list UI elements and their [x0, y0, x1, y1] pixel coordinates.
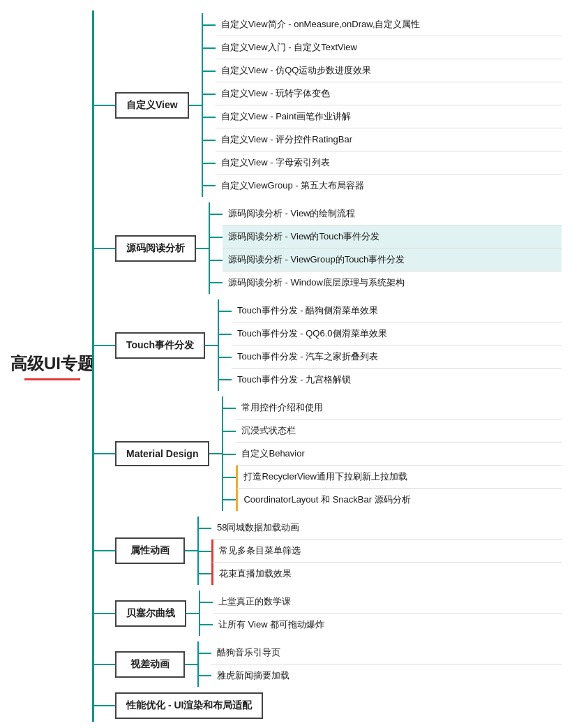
- list-item: 自定义ViewGroup - 第五大布局容器: [203, 174, 562, 197]
- list-item: 源码阅读分析 - View的绘制流程: [210, 202, 562, 225]
- leaf-text: 自定义View - 玩转字体变色: [216, 82, 562, 105]
- list-item: CoordinatorLayout 和 SnackBar 源码分析: [223, 489, 562, 511]
- leaf-text: 沉浸式状态栏: [236, 419, 562, 443]
- leaf-text: 自定义View入门 - 自定义TextView: [216, 36, 562, 59]
- leaf-text: 上堂真正的数学课: [213, 590, 562, 614]
- node-parallax: 视差动画: [115, 651, 185, 678]
- list-item: 源码阅读分析 - ViewGroup的Touch事件分发: [210, 248, 562, 272]
- sec-right-anim: 58同城数据加载动画 常见多条目菜单筛选 花束直播加载效果: [197, 517, 562, 585]
- h-connector: [94, 345, 115, 346]
- h-connector: [94, 248, 115, 249]
- items-parallax: 酷狗音乐引导页 雅虎新闻摘要加载: [199, 641, 562, 687]
- section-material: Material Design 常用控件介绍和使用 沉浸式状态栏: [94, 396, 562, 511]
- leaf-text: 花束直播加载效果: [211, 563, 562, 585]
- list-item: 沉浸式状态栏: [223, 419, 562, 443]
- leaf-text: Touch事件分发 - 汽车之家折叠列表: [232, 346, 562, 369]
- leaf-text: 自定义View简介 - onMeasure,onDraw,自定义属性: [216, 13, 562, 36]
- list-item: 源码阅读分析 - View的Touch事件分发: [210, 225, 562, 248]
- list-item: 源码阅读分析 - Window底层原理与系统架构: [210, 272, 562, 294]
- node-material: Material Design: [115, 441, 209, 466]
- leaf-text: Touch事件分发 - 九宫格解锁: [232, 369, 562, 391]
- list-item: 打造RecyclerView通用下拉刷新上拉加载: [223, 466, 562, 489]
- list-item: 58同城数据加载动画: [199, 517, 562, 540]
- list-item: 自定义View - 仿QQ运动步数进度效果: [203, 59, 562, 82]
- leaf-text: CoordinatorLayout 和 SnackBar 源码分析: [236, 489, 562, 511]
- section-perf: 性能优化 - UI渲染和布局适配: [94, 692, 562, 719]
- node-perf: 性能优化 - UI渲染和布局适配: [115, 692, 263, 719]
- node-source-analysis: 源码阅读分析: [115, 235, 196, 262]
- leaf-text: 源码阅读分析 - View的绘制流程: [223, 202, 562, 225]
- leaf-text: 58同城数据加载动画: [211, 517, 562, 540]
- root-underline: [24, 378, 80, 380]
- list-item: 常见多条目菜单筛选: [199, 540, 562, 563]
- leaf-text: Touch事件分发 - 酷狗侧滑菜单效果: [232, 299, 562, 322]
- leaf-text: 源码阅读分析 - ViewGroup的Touch事件分发: [223, 248, 562, 272]
- list-item: 自定义View - 评分控件RatingBar: [203, 128, 562, 151]
- h-connector2: [205, 345, 218, 346]
- node-bezier: 贝塞尔曲线: [115, 600, 186, 627]
- h-connector: [94, 453, 115, 454]
- leaf-text: 常用控件介绍和使用: [236, 396, 562, 419]
- h-connector2: [209, 453, 222, 454]
- leaf-text: 源码阅读分析 - Window底层原理与系统架构: [223, 272, 562, 294]
- list-item: 上堂真正的数学课: [200, 590, 562, 614]
- list-item: Touch事件分发 - 汽车之家折叠列表: [219, 346, 562, 369]
- leaf-text: 常见多条目菜单筛选: [211, 540, 562, 563]
- list-item: 自定义View简介 - onMeasure,onDraw,自定义属性: [203, 13, 562, 36]
- leaf-text: 自定义View - 评分控件RatingBar: [216, 128, 562, 151]
- sec-right-custom-view: 自定义View简介 - onMeasure,onDraw,自定义属性 自定义Vi…: [202, 13, 562, 197]
- node-property-anim: 属性动画: [115, 537, 185, 564]
- leaf-text: 自定义View - 字母索引列表: [216, 151, 562, 174]
- left-panel: 高级UI专题: [10, 10, 94, 722]
- h-connector2: [189, 105, 202, 106]
- h-connector: [94, 550, 115, 551]
- leaf-text: 自定义Behavior: [236, 443, 562, 466]
- list-item: 自定义View - 字母索引列表: [203, 151, 562, 174]
- leaf-text: 酷狗音乐引导页: [211, 641, 562, 664]
- section-parallax: 视差动画 酷狗音乐引导页 雅虎新闻摘要加载: [94, 641, 562, 687]
- sec-right-parallax: 酷狗音乐引导页 雅虎新闻摘要加载: [197, 641, 562, 687]
- list-item: Touch事件分发 - QQ6.0侧滑菜单效果: [219, 322, 562, 346]
- items-material: 常用控件介绍和使用 沉浸式状态栏 自定义Behavior 打造RecyclerV…: [223, 396, 562, 511]
- h-connector: [94, 705, 115, 706]
- list-item: 让所有 View 都可拖动爆炸: [200, 614, 562, 636]
- leaf-text: 雅虎新闻摘要加载: [211, 664, 562, 687]
- list-item: 雅虎新闻摘要加载: [199, 664, 562, 687]
- list-item: 酷狗音乐引导页: [199, 641, 562, 664]
- sec-right-touch: Touch事件分发 - 酷狗侧滑菜单效果 Touch事件分发 - QQ6.0侧滑…: [218, 299, 562, 391]
- h-connector: [94, 664, 115, 665]
- list-item: Touch事件分发 - 酷狗侧滑菜单效果: [219, 299, 562, 322]
- h-connector2: [196, 248, 209, 249]
- list-item: 自定义View入门 - 自定义TextView: [203, 36, 562, 59]
- section-touch: Touch事件分发 Touch事件分发 - 酷狗侧滑菜单效果 Touch事件分发…: [94, 299, 562, 391]
- root-title: 高级UI专题: [10, 352, 94, 375]
- section-source-analysis: 源码阅读分析 源码阅读分析 - View的绘制流程 源码阅读分析 - View的…: [94, 202, 562, 294]
- list-item: 自定义Behavior: [223, 443, 562, 466]
- right-panel: 自定义View 自定义View简介 - onMeasure,onDraw,自定义…: [94, 10, 562, 722]
- h-connector2: [185, 664, 197, 665]
- leaf-text: Touch事件分发 - QQ6.0侧滑菜单效果: [232, 322, 562, 346]
- list-item: 自定义View - Paint画笔作业讲解: [203, 105, 562, 128]
- leaf-text: 源码阅读分析 - View的Touch事件分发: [223, 225, 562, 248]
- items-bezier: 上堂真正的数学课 让所有 View 都可拖动爆炸: [200, 590, 562, 636]
- node-custom-view: 自定义View: [115, 92, 189, 119]
- items-touch: Touch事件分发 - 酷狗侧滑菜单效果 Touch事件分发 - QQ6.0侧滑…: [219, 299, 562, 391]
- h-connector2: [186, 613, 199, 614]
- items-anim: 58同城数据加载动画 常见多条目菜单筛选 花束直播加载效果: [199, 517, 562, 585]
- section-custom-view: 自定义View 自定义View简介 - onMeasure,onDraw,自定义…: [94, 13, 562, 197]
- leaf-text: 自定义ViewGroup - 第五大布局容器: [216, 174, 562, 197]
- node-touch: Touch事件分发: [115, 332, 205, 359]
- leaf-text: 打造RecyclerView通用下拉刷新上拉加载: [236, 466, 562, 489]
- list-item: Touch事件分发 - 九宫格解锁: [219, 369, 562, 391]
- list-item: 自定义View - 玩转字体变色: [203, 82, 562, 105]
- sec-right-bezier: 上堂真正的数学课 让所有 View 都可拖动爆炸: [199, 590, 562, 636]
- leaf-text: 自定义View - 仿QQ运动步数进度效果: [216, 59, 562, 82]
- mind-map: 高级UI专题 自定义View 自定义View简介 - onMeasure,onD…: [0, 0, 572, 728]
- list-item: 常用控件介绍和使用: [223, 396, 562, 419]
- sec-right-source: 源码阅读分析 - View的绘制流程 源码阅读分析 - View的Touch事件…: [209, 202, 562, 294]
- section-property-anim: 属性动画 58同城数据加载动画 常见多条目菜单筛选 花束直: [94, 517, 562, 585]
- section-bezier: 贝塞尔曲线 上堂真正的数学课 让所有 View 都可拖动爆炸: [94, 590, 562, 636]
- h-connector: [94, 613, 115, 614]
- h-connector: [94, 105, 115, 106]
- h-connector2: [185, 550, 197, 551]
